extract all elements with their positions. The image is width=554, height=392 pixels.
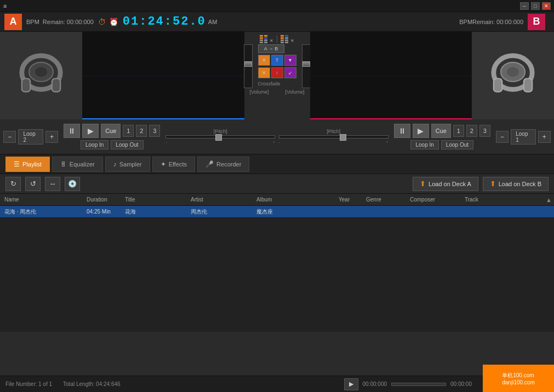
deck-a-minus-button[interactable]: − <box>3 131 16 143</box>
sampler-icon: ♪ <box>113 160 117 168</box>
fx6-button[interactable]: ↙ <box>284 67 296 78</box>
watermark-line2: danji100.com <box>502 379 534 385</box>
crossfade-panel: ✕ ✕ <box>244 32 310 119</box>
toolbar: ↻ ↺ ↔ 💿 ⬆ Load on Deck A ⬆ Load on Deck … <box>0 174 554 194</box>
col-year: Year <box>336 197 364 203</box>
deck-b-pitch-slider[interactable] <box>279 135 389 139</box>
topbar: A BPM Remain: 00:00:000 ⏱ ⏰ 01:24:52.0 A… <box>0 12 554 32</box>
bottom-bar: File Number: 1 of 1 Total Length: 04:24:… <box>0 376 554 392</box>
deck-b-cue-button[interactable]: Cue <box>431 124 451 138</box>
deck-a-plus-button[interactable]: + <box>45 131 58 143</box>
file-count: File Number: 1 of 1 <box>5 381 52 387</box>
svg-rect-10 <box>494 79 502 92</box>
minimize-button[interactable]: ─ <box>520 2 529 10</box>
load-deck-b-button[interactable]: ⬆ Load on Deck B <box>483 177 549 191</box>
tab-recorder[interactable]: 🎤 Recorder <box>197 157 249 172</box>
timer-icons: ⏱ ⏰ <box>98 18 118 26</box>
ab-crossfade-button[interactable]: A → B <box>258 44 284 53</box>
col-genre: Genre <box>364 197 408 203</box>
playlist-icon: ☰ <box>14 160 20 168</box>
timer-icon-1[interactable]: ⏱ <box>98 18 106 26</box>
load-b-label: Load on Deck B <box>499 181 541 187</box>
total-length: Total Length: 04:24:646 <box>63 381 121 387</box>
tab-equalizer[interactable]: 🎚 Equalizer <box>52 157 103 172</box>
col-artist: Artist <box>189 197 254 203</box>
deck-b-controls: − Loop 1 + <box>496 129 551 145</box>
deck-b-loop-out-button[interactable]: Loop Out <box>441 140 473 149</box>
bottom-progress-bar[interactable] <box>391 383 446 386</box>
col-album: Album <box>254 197 336 203</box>
equalizer-icon: 🎚 <box>60 160 67 168</box>
fx1-button[interactable]: ✕ <box>258 55 270 66</box>
fx2-button[interactable]: T <box>271 55 283 66</box>
tab-effects[interactable]: ✦ Effects <box>152 157 195 172</box>
window-controls: ─ □ ✕ <box>520 2 551 10</box>
deck-a-num3-button[interactable]: 3 <box>149 125 160 137</box>
volume-b-fader[interactable] <box>302 44 311 88</box>
deck-a-play-button[interactable]: ▶ <box>82 124 99 138</box>
tab-sampler[interactable]: ♪ Sampler <box>105 157 150 172</box>
bottom-play-button[interactable]: ▶ <box>344 378 358 390</box>
timer-icon-2[interactable]: ⏰ <box>109 18 118 26</box>
deck-a-num1-button[interactable]: 1 <box>123 125 134 137</box>
row-duration: 04:25 Min <box>84 209 123 215</box>
cf-buttons: A → B ✕ T ▼ ✕ ↑ ↙ Crossfade <box>258 44 296 87</box>
deck-a-loop-out-button[interactable]: Loop Out <box>111 140 143 149</box>
tab-sampler-label: Sampler <box>119 161 142 168</box>
deck-b-pitch-label: [Pitch] <box>327 129 340 134</box>
maximize-button[interactable]: □ <box>531 2 540 10</box>
row-album: 魔杰座 <box>254 208 336 216</box>
deck-b-loop-in-button[interactable]: Loop In <box>410 140 438 149</box>
load-deck-a-button[interactable]: ⬆ Load on Deck A <box>413 177 478 191</box>
playlist-area[interactable]: 花海 · 周杰伦 04:25 Min 花海 周杰伦 魔杰座 Add File R… <box>0 206 554 332</box>
fx5-button[interactable]: ↑ <box>271 67 283 78</box>
bottom-end-time: 00:00:00 <box>450 381 472 387</box>
deck-b-label: B <box>528 14 545 30</box>
deck-a-loop-in-button[interactable]: Loop In <box>81 140 108 149</box>
svg-point-4 <box>35 67 47 77</box>
deck-b-play-button[interactable]: ▶ <box>413 124 429 138</box>
deck-b-num3-button[interactable]: 3 <box>479 125 490 137</box>
deck-a-cue-button[interactable]: Cue <box>101 124 121 138</box>
sync-button[interactable]: ↻ <box>5 177 21 191</box>
load-b-icon: ⬆ <box>490 180 496 188</box>
col-title: Title <box>123 197 189 203</box>
deck-b-minus-button[interactable]: − <box>496 131 509 143</box>
table-header: Name Duration Title Artist Album Year Ge… <box>0 194 554 206</box>
deck-a-pitch-slider[interactable] <box>165 135 275 139</box>
tab-playlist[interactable]: ☰ Playlist <box>5 157 50 172</box>
deck-a-pitch-label: [Pitch] <box>214 129 227 134</box>
deck-b-num2-button[interactable]: 2 <box>466 125 477 137</box>
tab-effects-label: Effects <box>169 161 187 168</box>
fx4-button[interactable]: ✕ <box>258 67 270 78</box>
close-button[interactable]: ✕ <box>542 2 551 10</box>
deck-b-headphone <box>472 32 554 119</box>
swap-button[interactable]: ↔ <box>45 177 60 191</box>
fx3-button[interactable]: ▼ <box>284 55 296 66</box>
deck-b-pause-button[interactable]: ⏸ <box>394 124 410 138</box>
deck-b-pitch: [Pitch] -+ <box>279 129 389 145</box>
deck-area: ✕ ✕ <box>0 32 554 119</box>
effects-icon: ✦ <box>161 160 166 168</box>
deck-a-num2-button[interactable]: 2 <box>136 125 147 137</box>
svg-rect-11 <box>524 79 532 92</box>
deck-a-pause-button[interactable]: ⏸ <box>64 124 80 138</box>
deck-b-plus-button[interactable]: + <box>538 131 551 143</box>
deck-a-controls: − Loop 2 + <box>3 129 58 145</box>
watermark-line1: 单机100.com <box>502 372 534 379</box>
load-a-label: Load on Deck A <box>429 181 471 187</box>
deck-b-pitch-marks: -+ <box>279 140 389 145</box>
row-title: 花海 <box>123 208 189 216</box>
bpm-label-a: BPM <box>26 19 39 25</box>
deck-b-num1-button[interactable]: 1 <box>453 125 464 137</box>
deck-b-waveform <box>310 32 472 119</box>
volume-a-fader[interactable] <box>244 44 253 88</box>
table-row[interactable]: 花海 · 周杰伦 04:25 Min 花海 周杰伦 魔杰座 <box>0 206 554 218</box>
main-timer: 01:24:52.0 <box>123 15 206 28</box>
tab-bar: ☰ Playlist 🎚 Equalizer ♪ Sampler ✦ Effec… <box>0 154 554 174</box>
tab-equalizer-label: Equalizer <box>70 161 95 168</box>
titlebar: ≡ ─ □ ✕ <box>0 0 554 12</box>
back-button[interactable]: ↺ <box>25 177 41 191</box>
row-name: 花海 · 周杰伦 <box>2 208 84 216</box>
disc-button[interactable]: 💿 <box>65 177 80 191</box>
